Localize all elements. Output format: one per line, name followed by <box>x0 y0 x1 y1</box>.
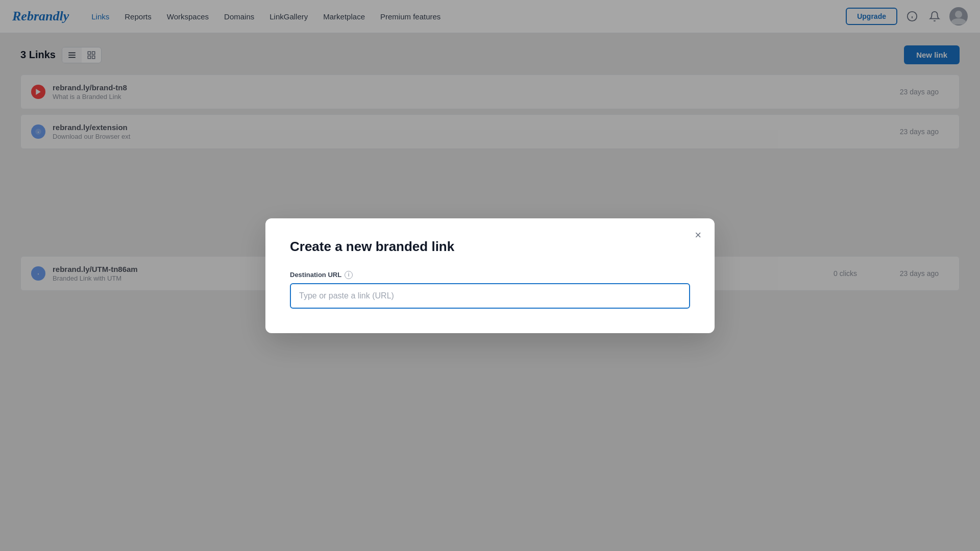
modal-title: Create a new branded link <box>290 239 690 255</box>
modal-close-button[interactable]: × <box>691 228 705 243</box>
create-link-modal: × Create a new branded link Destination … <box>265 218 715 333</box>
modal-overlay[interactable]: × Create a new branded link Destination … <box>0 0 980 551</box>
destination-url-input[interactable] <box>290 283 690 309</box>
field-info-icon[interactable]: i <box>345 271 353 279</box>
field-label-text: Destination URL <box>290 271 341 279</box>
destination-url-label: Destination URL i <box>290 271 690 279</box>
destination-url-field: Destination URL i <box>290 271 690 309</box>
